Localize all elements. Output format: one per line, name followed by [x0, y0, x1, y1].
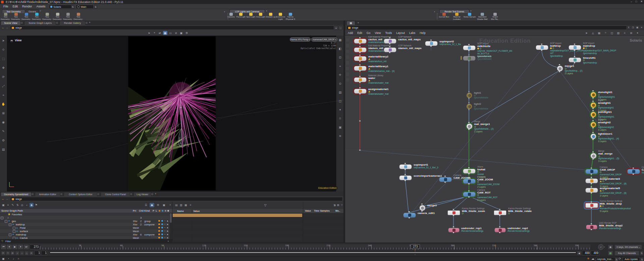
- shelf-tool-test-geometry-p-[interactable]: TestGeometry: P...: [11, 13, 21, 20]
- node-body[interactable]: [384, 47, 396, 52]
- tree-row[interactable]: ▣Favorites: [0, 213, 169, 216]
- tree-row[interactable]: ◬surfaceMesh➤: [0, 229, 169, 233]
- warning-triangle-icon[interactable]: [368, 68, 370, 70]
- context-spin[interactable]: ⇅: [71, 5, 74, 9]
- timeline-zoom-caret[interactable]: ▾: [604, 246, 605, 248]
- playhead-frame-box[interactable]: 273: [411, 244, 420, 249]
- tree-row[interactable]: −★leafdropXfor2compone➤: [0, 223, 169, 226]
- node-body[interactable]: [399, 164, 412, 169]
- node-input[interactable]: [468, 54, 470, 55]
- back-icon[interactable]: ←: [1, 26, 5, 29]
- node-output[interactable]: [444, 182, 446, 183]
- network-strip-icon-1[interactable]: [346, 44, 349, 47]
- network-toolbar-icon-1[interactable]: ◬: [591, 31, 595, 35]
- node-input[interactable]: [359, 87, 361, 88]
- tab-scene-graph-layers[interactable]: Scene Graph Layers: [24, 21, 56, 25]
- viewport-left-icon-5[interactable]: ⤢: [1, 84, 6, 88]
- shelf-new-tab-icon[interactable]: +: [470, 9, 472, 12]
- node-input[interactable]: [591, 223, 592, 224]
- window-controls[interactable]: –□✕: [631, 0, 643, 3]
- viewport-right-icon-6[interactable]: ▤: [338, 90, 342, 95]
- status-left-icon-0[interactable]: ▣: [1, 257, 5, 261]
- tree-toolbar-icon-5[interactable]: ⌕: [25, 203, 29, 207]
- shelf-tool-veach-mis-pla-[interactable]: VeachMis Pla...: [489, 13, 501, 20]
- node-input[interactable]: [591, 177, 592, 178]
- refresh-icon[interactable]: ⟳: [619, 257, 621, 260]
- playbar-toggle-icon-0[interactable]: ⟳: [1, 251, 5, 255]
- node-output[interactable]: [468, 98, 470, 99]
- node-input[interactable]: [389, 37, 390, 38]
- viewport-right-icon-0[interactable]: ▦: [338, 38, 342, 42]
- node-body[interactable]: [463, 45, 476, 50]
- viewport-right-icon-5[interactable]: ⊙: [338, 81, 342, 86]
- node-body[interactable]: [586, 225, 597, 229]
- viewport-right-icon-7[interactable]: ◫: [338, 99, 342, 103]
- ok-badge-icon[interactable]: [480, 48, 481, 49]
- viewport-right-icon-4[interactable]: ✛: [338, 73, 342, 77]
- viewport-tool-icon-3[interactable]: ▦: [163, 31, 167, 35]
- row-cursor-icon[interactable]: ➤: [167, 220, 168, 222]
- node-output[interactable]: [468, 183, 470, 184]
- node-output[interactable]: [409, 217, 410, 218]
- viewport-right-icon-1[interactable]: ◧: [338, 46, 342, 51]
- node-input[interactable]: [453, 226, 454, 227]
- network-strip-icon-5[interactable]: [346, 67, 349, 70]
- row-visibility-icon[interactable]: [161, 230, 163, 232]
- network-strip-icon-3[interactable]: [346, 55, 349, 59]
- expand-icon[interactable]: −: [9, 223, 11, 226]
- params-toolbar-icon-2[interactable]: ▦: [184, 203, 188, 207]
- node-input[interactable]: [592, 151, 594, 153]
- play-button[interactable]: ▶: [12, 244, 18, 250]
- shelf-tool-test-geometry-t-[interactable]: TestGeometry: T...: [63, 13, 73, 20]
- key-all-spin[interactable]: ⇅: [640, 251, 643, 255]
- network-toolbar-icon-6[interactable]: ≡: [623, 31, 627, 35]
- viewport-right-icon-3[interactable]: ⌖: [338, 64, 342, 69]
- desktop-spin[interactable]: ⇅: [94, 5, 97, 9]
- params-filter-icon[interactable]: ▽: [263, 203, 268, 208]
- tree-toolbar-icon-6[interactable]: ◈: [30, 203, 34, 207]
- viewport-tool-icon-0[interactable]: ➤: [147, 31, 151, 35]
- node-input[interactable]: [591, 202, 592, 203]
- viewport-left-icon-8[interactable]: ⊞: [1, 111, 6, 116]
- node-output[interactable]: [405, 169, 406, 170]
- sample-row[interactable]: [303, 226, 343, 230]
- viewport-right-icon-11[interactable]: ≋: [338, 134, 342, 138]
- node-output[interactable]: [453, 215, 454, 216]
- shelf-tool-test-geometry-s-[interactable]: TestGeometry: S...: [32, 13, 42, 20]
- network-menu-add[interactable]: Add: [348, 31, 353, 35]
- network-canvas[interactable]: Education Edition Solaris Edit Material …: [345, 36, 644, 243]
- node-output[interactable]: [592, 97, 594, 98]
- row-state-icon[interactable]: [158, 227, 160, 228]
- node-body[interactable]: [557, 66, 563, 72]
- params-row[interactable]: [173, 238, 302, 241]
- node-body[interactable]: [354, 89, 367, 94]
- ok-badge-icon[interactable]: [552, 47, 554, 49]
- node-output[interactable]: [633, 174, 634, 175]
- warning-badge-icon[interactable]: [477, 48, 479, 49]
- node-input[interactable]: [430, 40, 432, 41]
- shelf-tool-point-light[interactable]: Point Light: [236, 13, 246, 20]
- tree-toolbar-icon-7[interactable]: ⚑: [34, 203, 38, 207]
- ok-badge-icon[interactable]: [602, 190, 604, 191]
- warning-triangle-icon[interactable]: [368, 58, 370, 60]
- ok-badge-icon[interactable]: [508, 213, 510, 214]
- params-row[interactable]: [173, 234, 302, 238]
- node-body[interactable]: [569, 45, 581, 50]
- tree-toolbar-icon-4[interactable]: ◎: [20, 203, 24, 207]
- auto-update-dropdown[interactable]: Auto Update: [623, 257, 640, 261]
- tree-row[interactable]: −✦geoXfor2group➤: [0, 219, 169, 223]
- viewport-left-icon-7[interactable]: ✋: [1, 102, 6, 106]
- shelf-tool-standard-shader-ball[interactable]: StandardShader Ball: [476, 13, 488, 20]
- playbar-toggle-icon-4[interactable]: ⌂: [20, 251, 24, 255]
- node-body[interactable]: [466, 103, 472, 110]
- new-tab-icon[interactable]: +: [357, 21, 360, 25]
- node-body[interactable]: [536, 45, 548, 50]
- key-all-channels-button[interactable]: Key All Channels: [614, 251, 639, 256]
- ok-badge-icon[interactable]: [585, 47, 587, 49]
- menu-file[interactable]: File: [3, 5, 8, 8]
- tab-clone-control-panel[interactable]: Clone Control Panel: [101, 192, 130, 196]
- row-cursor-icon[interactable]: ➤: [167, 236, 168, 239]
- viewport-left-icon-0[interactable]: ➤: [1, 38, 6, 43]
- shelf-tool-test-geometry-s-[interactable]: TestGeometry: S...: [42, 13, 52, 20]
- network-path-field[interactable]: stage: [346, 26, 627, 30]
